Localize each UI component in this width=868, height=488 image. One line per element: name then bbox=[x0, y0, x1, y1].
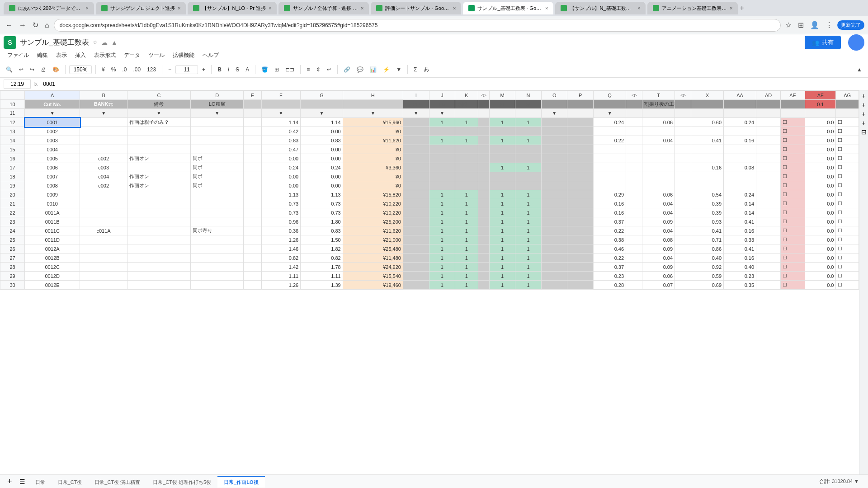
cell-10-I[interactable]: CD bbox=[403, 100, 429, 109]
cell-30-Q[interactable]: 0.28 bbox=[594, 281, 626, 290]
cell-24-A[interactable]: 0011C bbox=[25, 226, 80, 235]
cell-25-J[interactable]: 1 bbox=[429, 235, 455, 244]
cell-24-M[interactable]: 1 bbox=[489, 226, 515, 235]
cell-24-H[interactable]: ¥11,620 bbox=[343, 226, 403, 235]
cell-28-J[interactable]: 1 bbox=[429, 263, 455, 272]
cell-13-G[interactable]: 0.00 bbox=[301, 127, 343, 136]
cell-10-J[interactable]: LO bbox=[429, 100, 455, 109]
cell-30-AF[interactable]: 0.0 bbox=[805, 281, 836, 290]
cell-27-N[interactable]: 1 bbox=[515, 253, 542, 263]
cell-25-F[interactable]: 1.26 bbox=[261, 235, 300, 244]
decimal-inc-button[interactable]: .00 bbox=[131, 65, 143, 74]
decimal-dec-button[interactable]: .0 bbox=[120, 65, 129, 74]
cell-12-F[interactable]: 1.14 bbox=[261, 118, 300, 127]
bold-button[interactable]: B bbox=[215, 65, 224, 74]
cell-16-F[interactable]: 0.00 bbox=[261, 154, 300, 163]
font-plus-button[interactable]: + bbox=[200, 65, 208, 74]
cell-27-M[interactable]: 1 bbox=[489, 253, 515, 263]
tab-close-7[interactable]: × bbox=[637, 5, 640, 11]
sheet-tab-3[interactable]: 日常_CT後 演出精査 bbox=[88, 476, 146, 488]
cell-20-K[interactable]: 1 bbox=[455, 190, 478, 199]
text-color-button[interactable]: A bbox=[243, 65, 251, 74]
cell-27-A[interactable]: 0012B bbox=[25, 253, 80, 263]
cell-29-N[interactable]: 1 bbox=[515, 272, 542, 281]
cell-27-H[interactable]: ¥11,480 bbox=[343, 253, 403, 263]
cell-17-AA[interactable]: 0.08 bbox=[724, 163, 756, 172]
cell-26-T[interactable]: 0.09 bbox=[642, 244, 675, 253]
cell-23-F[interactable]: 0.96 bbox=[261, 217, 300, 226]
cell-21-M[interactable]: 1 bbox=[489, 199, 515, 208]
cell-23-H[interactable]: ¥25,200 bbox=[343, 217, 403, 226]
cell-29-H[interactable]: ¥15,540 bbox=[343, 272, 403, 281]
cell-17-M[interactable]: 1 bbox=[489, 163, 515, 172]
cell-28-G[interactable]: 1.78 bbox=[301, 263, 343, 272]
cell-10-N[interactable]: Sc bbox=[515, 100, 542, 109]
cell-14-X[interactable]: 0.41 bbox=[691, 136, 724, 145]
cell-23-X[interactable]: 0.93 bbox=[691, 217, 724, 226]
col-header-A[interactable]: A bbox=[25, 91, 80, 100]
new-tab-button[interactable]: + bbox=[740, 4, 744, 12]
profile-button[interactable]: 👤 bbox=[808, 19, 821, 31]
cell-12-D[interactable] bbox=[191, 118, 244, 127]
col-header-AF[interactable]: AF bbox=[805, 91, 836, 100]
home-button[interactable]: ⌂ bbox=[43, 19, 51, 31]
cell-27-AA[interactable]: 0.16 bbox=[724, 253, 756, 263]
cell-20-G[interactable]: 1.13 bbox=[301, 190, 343, 199]
percent-button[interactable]: % bbox=[109, 65, 118, 74]
cell-21-X[interactable]: 0.39 bbox=[691, 199, 724, 208]
cell-19-D[interactable]: 同ボ bbox=[191, 181, 244, 190]
col-header-X[interactable]: X bbox=[691, 91, 724, 100]
cell-16-C[interactable]: 作画オン bbox=[127, 154, 190, 163]
cell-12-A[interactable]: 0001 bbox=[25, 118, 80, 127]
col-header-C[interactable]: C bbox=[127, 91, 190, 100]
cell-14-N[interactable]: 1 bbox=[515, 136, 542, 145]
cell-10-T[interactable]: 割振り後の工数 bbox=[642, 100, 675, 109]
cell-15-A[interactable]: 0004 bbox=[25, 145, 80, 154]
cell-19-AF[interactable]: 0.0 bbox=[805, 181, 836, 190]
col-header-KL[interactable]: ◁▷ bbox=[478, 91, 489, 100]
cell-18-AF[interactable]: 0.0 bbox=[805, 172, 836, 181]
cell-21-T[interactable]: 0.04 bbox=[642, 199, 675, 208]
cell-29-G[interactable]: 1.11 bbox=[301, 272, 343, 281]
col-header-AG[interactable]: AG bbox=[836, 91, 859, 100]
cell-20-A[interactable]: 0009 bbox=[25, 190, 80, 199]
cell-12-AF[interactable]: 0.0 bbox=[805, 118, 836, 127]
cell-30-N[interactable]: 1 bbox=[515, 281, 542, 290]
reload-button[interactable]: ↻ bbox=[31, 19, 40, 31]
cell-18-H[interactable]: ¥0 bbox=[343, 172, 403, 181]
cell-21-N[interactable]: 1 bbox=[515, 199, 542, 208]
cell-30-A[interactable]: 0012E bbox=[25, 281, 80, 290]
halign-button[interactable]: ≡ bbox=[304, 65, 312, 74]
cell-17-G[interactable]: 0.24 bbox=[301, 163, 343, 172]
col-header-G[interactable]: G bbox=[301, 91, 343, 100]
cell-22-M[interactable]: 1 bbox=[489, 208, 515, 217]
undo-button[interactable]: ↩ bbox=[17, 65, 26, 74]
font-minus-button[interactable]: − bbox=[166, 65, 174, 74]
menu-tools[interactable]: ツール bbox=[145, 51, 168, 60]
wrap-button[interactable]: ↵ bbox=[325, 65, 334, 74]
add-col-button-2[interactable]: + bbox=[862, 101, 865, 108]
cell-15-G[interactable]: 0.00 bbox=[301, 145, 343, 154]
cell-28-AF[interactable]: 0.0 bbox=[805, 263, 836, 272]
cell-15-H[interactable]: ¥0 bbox=[343, 145, 403, 154]
extensions-button[interactable]: ⊞ bbox=[796, 19, 806, 31]
cell-24-G[interactable]: 0.83 bbox=[301, 226, 343, 235]
cell-20-N[interactable]: 1 bbox=[515, 190, 542, 199]
filter-11-F[interactable]: ▼ bbox=[261, 109, 300, 118]
cell-22-Q[interactable]: 0.16 bbox=[594, 208, 626, 217]
cell-21-A[interactable]: 0010 bbox=[25, 199, 80, 208]
cell-14-A[interactable]: 0003 bbox=[25, 136, 80, 145]
cell-12-G[interactable]: 1.14 bbox=[301, 118, 343, 127]
cell-21-H[interactable]: ¥10,220 bbox=[343, 199, 403, 208]
cell-15-F[interactable]: 0.47 bbox=[261, 145, 300, 154]
cell-22-F[interactable]: 0.73 bbox=[261, 208, 300, 217]
cell-28-AA[interactable]: 0.40 bbox=[724, 263, 756, 272]
cell-20-H[interactable]: ¥15,820 bbox=[343, 190, 403, 199]
col-header-J[interactable]: J bbox=[429, 91, 455, 100]
cell-26-X[interactable]: 0.86 bbox=[691, 244, 724, 253]
cell-21-AA[interactable]: 0.14 bbox=[724, 199, 756, 208]
cell-20-Q[interactable]: 0.29 bbox=[594, 190, 626, 199]
cell-26-F[interactable]: 1.46 bbox=[261, 244, 300, 253]
cell-26-J[interactable]: 1 bbox=[429, 244, 455, 253]
cell-10-D[interactable]: LO種類 bbox=[191, 100, 244, 109]
